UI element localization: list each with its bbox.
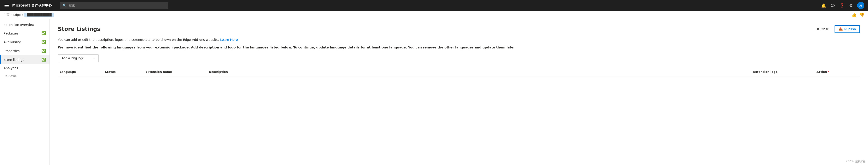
th-status: Status — [103, 69, 144, 74]
sidebar-label-store-listings: Store listings — [4, 58, 24, 61]
breadcrumb-sep-1: › — [11, 13, 12, 16]
check-icon-store-listings: ✅ — [41, 57, 46, 62]
bell-icon[interactable]: 🔔 — [821, 3, 826, 8]
thumbs-down-icon[interactable]: 👎 — [860, 12, 864, 17]
brand-title: Microsoft 合作伙伴中心 — [12, 3, 52, 8]
sidebar-item-availability[interactable]: Availability ✅ — [0, 38, 50, 46]
sidebar: Extension overview Packages ✅ Availabili… — [0, 19, 50, 165]
required-star: * — [828, 70, 830, 74]
copyright-text: ©2024 版权所有 — [846, 160, 866, 163]
main-content: Store Listings ✕ Close 📤 Publish You can… — [50, 19, 868, 165]
breadcrumb-current: ███████████ — [24, 13, 54, 17]
learn-more-link[interactable]: Learn More — [220, 38, 238, 41]
sidebar-item-packages[interactable]: Packages ✅ — [0, 29, 50, 38]
sidebar-label-extension-overview: Extension overview — [4, 23, 35, 27]
top-navigation: Microsoft 合作伙伴中心 🔍 🔔 😊 ❓ ⚙️ 用 — [0, 0, 868, 11]
sidebar-label-packages: Packages — [4, 32, 18, 35]
chevron-down-icon: ▾ — [93, 56, 95, 60]
check-icon-packages: ✅ — [41, 31, 46, 35]
info-text-2: We have identified the following languag… — [58, 45, 860, 50]
breadcrumb-edge[interactable]: Edge — [13, 13, 21, 16]
add-language-button[interactable]: Add a language ▾ — [58, 54, 98, 62]
th-language: Language — [58, 69, 103, 74]
search-icon: 🔍 — [63, 3, 67, 7]
add-language-label: Add a language — [62, 56, 84, 60]
sidebar-label-properties: Properties — [4, 49, 20, 53]
thumbs-up-icon[interactable]: 👍 — [852, 12, 857, 17]
th-extname: Extension name — [144, 69, 207, 74]
page-layout: Extension overview Packages ✅ Availabili… — [0, 19, 868, 165]
sidebar-label-availability: Availability — [4, 40, 21, 44]
close-icon: ✕ — [816, 27, 819, 31]
settings-icon[interactable]: ⚙️ — [849, 3, 852, 8]
nav-icon-group: 🔔 😊 ❓ ⚙️ 用 — [821, 2, 864, 9]
emoji-icon[interactable]: 😊 — [831, 3, 835, 8]
breadcrumb-home[interactable]: 主页 — [4, 13, 9, 17]
help-icon[interactable]: ❓ — [839, 3, 844, 8]
search-input[interactable] — [69, 4, 166, 7]
header-actions: ✕ Close 📤 Publish — [814, 25, 860, 33]
page-title: Store Listings — [58, 26, 100, 32]
th-action: Action * — [815, 69, 860, 74]
close-button[interactable]: ✕ Close — [814, 26, 831, 33]
breadcrumb: 主页 › Edge › ███████████ 👍 👎 — [0, 11, 868, 19]
table-header-row: Language Status Extension name Descripti… — [58, 68, 860, 76]
sidebar-item-reviews[interactable]: Reviews — [0, 72, 50, 80]
content-header: Store Listings ✕ Close 📤 Publish — [58, 25, 860, 33]
sidebar-label-reviews: Reviews — [4, 74, 17, 78]
sidebar-item-store-listings[interactable]: Store listings ✅ — [0, 55, 50, 64]
sidebar-item-analytics[interactable]: Analytics — [0, 64, 50, 72]
breadcrumb-sep-2: › — [22, 13, 23, 16]
hamburger-menu[interactable] — [4, 3, 9, 8]
store-listings-table: Language Status Extension name Descripti… — [58, 68, 860, 76]
info-text-1: You can add or edit the description, log… — [58, 37, 860, 42]
search-bar: 🔍 — [60, 2, 168, 9]
publish-button[interactable]: 📤 Publish — [835, 25, 860, 33]
check-icon-properties: ✅ — [41, 49, 46, 53]
th-description: Description — [207, 69, 751, 74]
th-logo: Extension logo — [751, 69, 815, 74]
publish-icon: 📤 — [839, 27, 843, 31]
avatar[interactable]: 用 — [857, 2, 864, 9]
sidebar-item-properties[interactable]: Properties ✅ — [0, 46, 50, 55]
check-icon-availability: ✅ — [41, 40, 46, 44]
sidebar-label-analytics: Analytics — [4, 66, 18, 70]
sidebar-item-extension-overview[interactable]: Extension overview — [0, 21, 50, 29]
breadcrumb-actions: 👍 👎 — [852, 12, 864, 17]
